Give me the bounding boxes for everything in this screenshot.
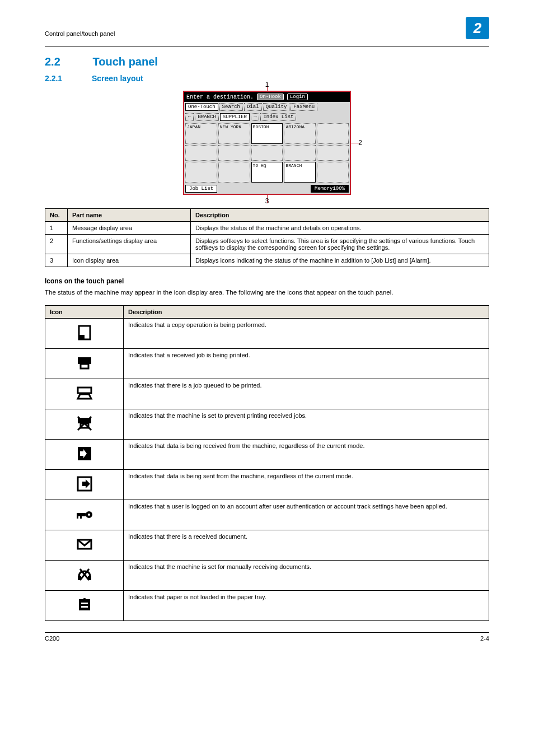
parts-3-name: Icon display area (68, 254, 191, 267)
tab-faxmenu[interactable]: FaxMenu (291, 103, 317, 111)
tab-quality[interactable]: Quality (263, 103, 290, 111)
grid-empty[interactable] (218, 145, 250, 161)
tab-supplier[interactable]: SUPPLIER (220, 113, 250, 121)
svg-rect-4 (78, 388, 91, 393)
table-row: Indicates that data is being received fr… (45, 439, 489, 469)
grid-empty[interactable] (317, 145, 349, 161)
lcd-panel: Enter a destination. On-Hook Login One-T… (183, 91, 351, 195)
svg-rect-13 (77, 513, 86, 516)
receive-icon (76, 445, 93, 463)
print-icon (76, 354, 93, 372)
icon-noprint-desc: Indicates that the machine is set to pre… (124, 409, 489, 439)
chapter-badge: 2 (466, 17, 489, 39)
icon-mail-cell (45, 530, 124, 560)
footer-left: C200 (45, 635, 59, 642)
parts-table: No. Part name Description 1 Message disp… (45, 208, 489, 267)
section-title: Touch panel (93, 55, 158, 68)
icon-manual-desc: Indicates that the machine is set for ma… (124, 560, 489, 590)
tab-dial[interactable]: Dial (244, 103, 262, 111)
parts-1-name: Message display area (68, 222, 191, 235)
tab-one-touch[interactable]: One-Touch (185, 103, 218, 111)
table-row: Indicates that there is a received docum… (45, 530, 489, 560)
svg-rect-2 (78, 357, 91, 364)
table-row: Indicates that a received job is being p… (45, 348, 489, 379)
svg-rect-15 (80, 516, 82, 519)
table-row: Indicates that a user is logged on to an… (45, 500, 489, 530)
grid-tohq[interactable]: TO HQ (251, 162, 283, 183)
running-title: Control panel/touch panel (45, 30, 115, 37)
grid-empty[interactable] (317, 123, 349, 144)
tab-search[interactable]: Search (219, 103, 243, 111)
icon-print-cell (45, 348, 124, 379)
subsection-number: 2.2.1 (45, 74, 90, 83)
icons-table: Icon Description Indicates that a copy o… (45, 305, 489, 621)
tab-index-list[interactable]: Index List (260, 113, 296, 121)
callout-1: 1 (265, 81, 269, 88)
login-pill[interactable]: Login (287, 94, 308, 100)
lcd-grid: JAPAN NEW YORK BOSTON ARIZONA TO HQ BRAN… (184, 122, 350, 184)
running-header: Control panel/touch panel 2 (45, 22, 489, 46)
parts-h-desc: Description (191, 209, 489, 222)
noprint-icon (76, 414, 93, 432)
table-row: Indicates that the machine is set for ma… (45, 560, 489, 590)
user-key-icon (76, 505, 93, 523)
grid-japan[interactable]: JAPAN (185, 123, 217, 144)
parts-h-name: Part name (68, 209, 191, 222)
icon-manual-cell (45, 560, 124, 590)
icon-queue-desc: Indicates that there is a job queued to … (124, 379, 489, 409)
svg-rect-24 (81, 603, 88, 604)
grid-newyork[interactable]: NEW YORK (218, 123, 250, 144)
queue-icon (76, 384, 93, 402)
tab-arrow-right[interactable]: → (251, 113, 259, 121)
icons-h-icon: Icon (45, 305, 124, 318)
icon-copy-desc: Indicates that a copy operation is being… (124, 318, 489, 348)
grid-empty[interactable] (251, 145, 283, 161)
svg-rect-14 (77, 516, 78, 519)
table-row: Indicates that there is a job queued to … (45, 379, 489, 409)
grid-empty[interactable] (218, 162, 250, 183)
section-heading: 2.2 Touch panel (45, 55, 489, 68)
svg-point-17 (88, 514, 90, 516)
svg-rect-1 (79, 335, 85, 339)
icon-nopaper-cell (45, 590, 124, 620)
callout-2: 2 (358, 139, 362, 147)
grid-empty[interactable] (317, 162, 349, 183)
svg-rect-3 (81, 364, 88, 368)
manual-receive-icon (76, 566, 93, 584)
icon-mail-desc: Indicates that there is a received docum… (124, 530, 489, 560)
icon-noprint-cell (45, 409, 124, 439)
icon-send-cell (45, 469, 124, 500)
tab-branch[interactable]: BRANCH (195, 113, 218, 121)
grid-boston[interactable]: BOSTON (251, 123, 283, 144)
icon-queue-cell (45, 379, 124, 409)
table-row: 3 Icon display area Displays icons indic… (45, 254, 489, 267)
svg-marker-12 (82, 479, 90, 488)
icon-user-desc: Indicates that a user is logged on to an… (124, 500, 489, 530)
icon-user-cell (45, 500, 124, 530)
lcd-bottom-bar: Job List Memory100% (184, 184, 350, 194)
callout-3: 3 (265, 197, 269, 205)
grid-empty[interactable] (185, 162, 217, 183)
parts-1-desc: Displays the status of the machine and d… (191, 222, 489, 235)
tab-arrow-left[interactable]: ← (185, 113, 194, 121)
parts-3-desc: Displays icons indicating the status of … (191, 254, 489, 267)
parts-1-no: 1 (45, 222, 68, 235)
icons-heading: Icons on the touch panel (45, 277, 489, 285)
icon-send-desc: Indicates that data is being sent from t… (124, 469, 489, 500)
lcd-tabs-2: ← BRANCH SUPPLIER → Index List (184, 112, 350, 122)
grid-arizona[interactable]: ARIZONA (284, 123, 316, 144)
parts-2-desc: Displays softkeys to select functions. T… (191, 235, 489, 254)
grid-empty[interactable] (185, 145, 217, 161)
icon-copy-cell (45, 318, 124, 348)
grid-empty[interactable] (284, 145, 316, 161)
grid-branch2[interactable]: BRANCH (284, 162, 316, 183)
screenshot-figure: 1 2 3 Enter a destination. On-Hook Login… (45, 91, 489, 195)
job-list-button[interactable]: Job List (185, 185, 217, 193)
footer-right: 2-4 (480, 635, 489, 642)
on-hook-pill[interactable]: On-Hook (257, 94, 284, 100)
page-footer: C200 2-4 (45, 632, 489, 642)
table-row: Indicates that the machine is set to pre… (45, 409, 489, 439)
send-icon (76, 475, 93, 493)
parts-h-no: No. (45, 209, 68, 222)
icon-recv-desc: Indicates that data is being received fr… (124, 439, 489, 469)
